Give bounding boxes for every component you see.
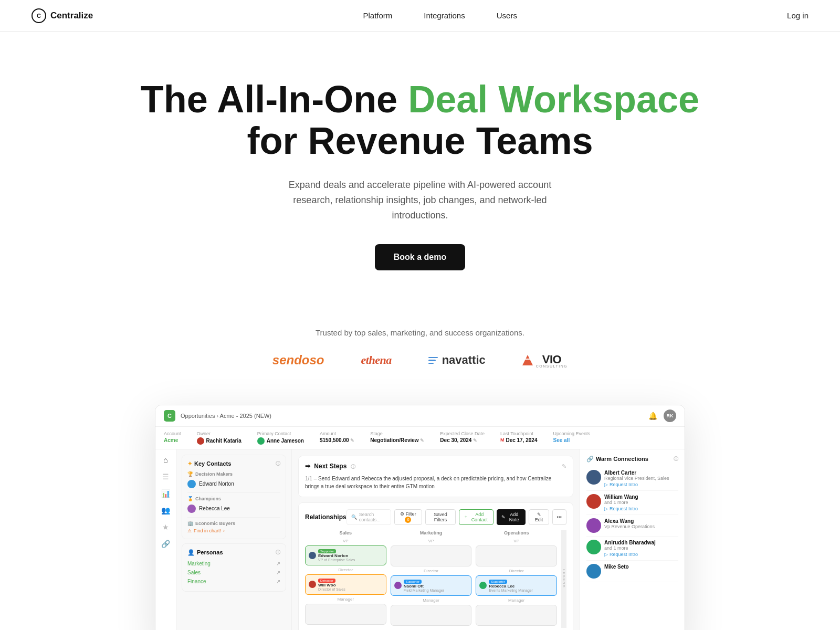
hero-headline: The All-In-One Deal Workspace for Revenu… xyxy=(10,79,830,162)
albert-carter-name: Albert Carter xyxy=(604,470,678,476)
rebecca-lee-name: Rebecca Lee xyxy=(199,506,230,511)
step-separator: – xyxy=(314,476,318,481)
will-woo-node[interactable]: Detractor Will Woo Director of Sales xyxy=(305,574,386,595)
mkt-manager-empty xyxy=(391,605,472,626)
warm-conn-aniruddh: Aniruddh Bharadwaj and 1 more ▷ Request … xyxy=(586,537,678,561)
navattic-logo: navattic xyxy=(428,353,486,367)
search-contacts-input[interactable]: 🔍 Search contacts... xyxy=(346,509,391,525)
persona-marketing[interactable]: Marketing ↗ xyxy=(187,559,280,568)
next-steps-header: ➡ Next Steps ⓘ ✎ xyxy=(305,463,566,470)
sidebar-home-icon[interactable]: ⌂ xyxy=(163,456,167,464)
edward-node-info: Supporter Edward Norton VP of Enterprise… xyxy=(318,549,355,562)
login-link[interactable]: Log in xyxy=(787,11,808,20)
connections-icon: 🔗 xyxy=(586,456,594,463)
saved-filters-button[interactable]: Saved Filters xyxy=(425,509,456,525)
personas-title: 👤 Personas ⓘ xyxy=(187,549,280,556)
edward-norton-node[interactable]: Supporter Edward Norton VP of Enterprise… xyxy=(305,545,386,565)
naomi-ott-node[interactable]: Supporter Naomi Ott Field Marketing Mana… xyxy=(391,575,472,596)
nav-platform[interactable]: Platform xyxy=(363,11,392,20)
rebecca-lee-node[interactable]: Supporter Rebecca Lee Events Marketing M… xyxy=(476,575,557,596)
edward-norton-avatar xyxy=(187,480,196,488)
sidebar-star-icon[interactable]: ★ xyxy=(162,523,169,531)
filter-count-badge: 6 xyxy=(405,517,411,523)
aniruddh-role: and 1 more xyxy=(604,545,678,551)
meta-close-date: Expected Close Date Dec 30, 2024 ✎ xyxy=(440,431,485,443)
meta-contact: Primary Contact Anne Jameson xyxy=(257,431,304,445)
aniruddh-avatar xyxy=(586,540,601,554)
relationships-actions: 🔍 Search contacts... ⚙ Filter 6 Saved Fi… xyxy=(346,509,566,525)
sidebar-people-icon[interactable]: 👥 xyxy=(161,506,170,514)
add-note-button[interactable]: ✎ Add Note xyxy=(497,509,526,525)
date-edit-icon[interactable]: ✎ xyxy=(473,438,477,443)
contact-edward-norton[interactable]: Edward Norton xyxy=(187,479,280,489)
edward-node-role: VP of Enterprise Sales xyxy=(318,558,355,562)
albert-request-intro[interactable]: ▷ Request Intro xyxy=(604,482,678,487)
marketing-persona-label: Marketing xyxy=(187,561,211,566)
headline-part2: for Revenue Teams xyxy=(247,120,593,162)
ops-mgr-label: Manager xyxy=(476,598,557,603)
meta-owner-label: Owner xyxy=(197,431,242,436)
ops-manager-empty xyxy=(476,605,557,626)
ops-vp-empty xyxy=(476,545,557,566)
person-icon: 👤 xyxy=(187,549,195,556)
meta-events-label: Upcoming Events xyxy=(553,431,590,436)
sales-dir-label: Director xyxy=(305,568,386,572)
headline-part1: The All-In-One xyxy=(141,78,408,120)
aniruddh-info: Aniruddh Bharadwaj and 1 more ▷ Request … xyxy=(604,540,678,557)
william-wang-avatar xyxy=(586,494,601,509)
meta-amount: Amount $150,500.00 ✎ xyxy=(320,431,354,443)
meta-close-value: Dec 30, 2024 ✎ xyxy=(440,437,485,443)
sidebar-link-icon[interactable]: 🔗 xyxy=(161,540,170,548)
trusted-label: Trusted by top sales, marketing, and suc… xyxy=(10,328,830,337)
rebecca-lee-avatar xyxy=(187,505,196,513)
sidebar-chart-icon[interactable]: 📊 xyxy=(161,489,170,498)
stage-edit-icon[interactable]: ✎ xyxy=(420,438,424,443)
deal-meta-bar: Account Acme Owner Rachit Kataria Primar… xyxy=(155,427,685,449)
aniruddh-request-intro[interactable]: ▷ Request Intro xyxy=(604,552,678,557)
nav-integrations[interactable]: Integrations xyxy=(424,11,465,20)
edit-button[interactable]: ✎ Edit xyxy=(529,509,549,525)
nav-users[interactable]: Users xyxy=(497,11,517,20)
top-right-actions: 🔔 RK xyxy=(648,410,676,422)
sidebar-docs-icon[interactable]: ☰ xyxy=(162,472,169,481)
see-all-link[interactable]: See all xyxy=(553,437,590,443)
logo-list: sendoso ethena navattic VIO CONSULTING xyxy=(10,353,830,368)
navattic-icon xyxy=(428,357,438,364)
albert-carter-info: Albert Carter Regional Vice President, S… xyxy=(604,470,678,487)
add-contact-button[interactable]: ＋ Add Contact xyxy=(459,509,494,525)
meta-close-label: Expected Close Date xyxy=(440,431,485,436)
book-demo-button[interactable]: Book a demo xyxy=(375,244,465,270)
filter-button[interactable]: ⚙ Filter 6 xyxy=(394,509,422,525)
logo-text: Centralize xyxy=(50,10,93,21)
meta-account-value: Acme xyxy=(164,437,181,443)
operations-column: Operations VP Director Supporter Rebecca… xyxy=(476,530,557,628)
sendoso-logo: sendoso xyxy=(272,353,324,368)
naomi-node-name: Naomi Ott xyxy=(404,584,444,589)
flame-icon: 🏅 xyxy=(187,496,193,501)
next-steps-edit-icon[interactable]: ✎ xyxy=(562,463,566,470)
breadcrumb-acme: Acme - 2025 (NEW) xyxy=(220,413,271,419)
persona-finance[interactable]: Finance ↗ xyxy=(187,577,280,586)
key-contacts-label: Key Contacts xyxy=(194,460,231,467)
decision-makers-label: 🏆 Decision Makers xyxy=(187,471,280,477)
economic-buyers-label: 🏢 Economic Buyers xyxy=(187,521,280,526)
request-intro-icon: ▷ xyxy=(604,482,608,487)
mkt-mgr-label: Manager xyxy=(391,598,472,603)
meta-touchpoint-label: Last Touchpoint xyxy=(500,431,538,436)
mkt-dir-label: Director xyxy=(391,569,472,573)
persona-sales[interactable]: Sales ↗ xyxy=(187,568,280,577)
meta-stage-value: Negotiation/Review ✎ xyxy=(370,437,424,443)
meta-touchpoint-value: M Dec 17, 2024 xyxy=(500,437,538,443)
middle-panel: ➡ Next Steps ⓘ ✎ 1/1 – Send Edward and R… xyxy=(292,449,580,630)
breadcrumb: Opportunities › Acme - 2025 (NEW) xyxy=(181,413,271,419)
next-steps-info-icon: ⓘ xyxy=(351,464,355,469)
will-node-role: Director of Sales xyxy=(318,587,345,591)
rebecca-node-name: Rebecca Lee xyxy=(489,584,533,589)
william-request-intro[interactable]: ▷ Request Intro xyxy=(604,506,678,511)
william-intro-icon: ▷ xyxy=(604,506,608,511)
app-sidebar: ⌂ ☰ 📊 👥 ★ 🔗 xyxy=(155,449,176,630)
contact-rebecca-lee[interactable]: Rebecca Lee xyxy=(187,503,280,514)
more-options-button[interactable]: ••• xyxy=(552,509,566,525)
find-in-chart-link[interactable]: ⚠ Find in chart! › xyxy=(187,528,280,533)
amount-edit-icon[interactable]: ✎ xyxy=(350,438,354,443)
